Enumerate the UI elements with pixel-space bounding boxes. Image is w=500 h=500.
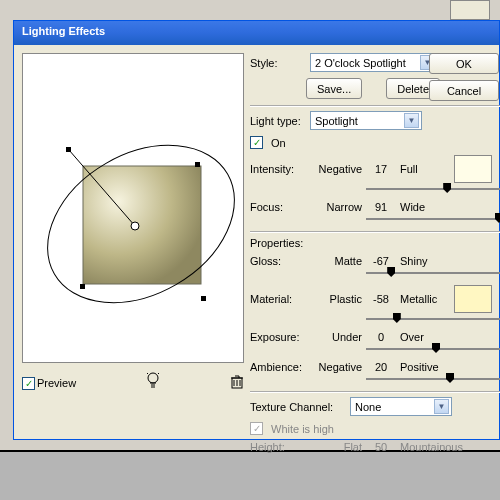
intensity-slider[interactable] [366,185,500,193]
light-type-select[interactable]: Spotlight▼ [310,111,422,130]
intensity-row: Intensity: Negative 17 Full [250,155,500,183]
white-is-high-checkbox: ✓ [250,422,263,435]
style-label: Style: [250,57,306,69]
focus-slider[interactable] [366,215,500,223]
lighting-effects-dialog: Lighting Effects [13,20,500,440]
gloss-row: Gloss: Matte -67 Shiny [250,255,500,267]
cancel-button[interactable]: Cancel [429,80,499,101]
height-label: Height: [250,441,310,453]
style-select[interactable]: 2 O'clock Spotlight▼ [310,53,438,72]
texture-channel-select[interactable]: None▼ [350,397,452,416]
light-type-label: Light type: [250,115,306,127]
ambience-slider[interactable] [366,375,500,383]
material-slider[interactable] [366,315,500,323]
svg-rect-0 [83,166,201,284]
preview-label: Preview [37,377,76,389]
gloss-slider[interactable] [366,269,500,277]
intensity-swatch[interactable] [454,155,492,183]
on-label: On [271,137,286,149]
chevron-down-icon: ▼ [404,113,419,128]
material-row: Material: Plastic -58 Metallic [250,285,500,313]
add-light-icon[interactable] [78,371,228,395]
exposure-row: Exposure: Under 0 Over [250,331,500,343]
texture-channel-label: Texture Channel: [250,401,346,413]
title-bar[interactable]: Lighting Effects [14,21,499,45]
save-button[interactable]: Save... [306,78,362,99]
material-swatch[interactable] [454,285,492,313]
svg-rect-6 [195,162,200,167]
on-checkbox[interactable]: ✓ [250,136,263,149]
svg-rect-5 [80,284,85,289]
ambience-row: Ambience: Negative 20 Positive [250,361,500,373]
preview-canvas[interactable] [22,53,244,363]
properties-heading: Properties: [250,237,500,249]
svg-rect-7 [201,296,206,301]
svg-rect-4 [66,147,71,152]
white-is-high-label: White is high [271,423,334,435]
delete-light-icon[interactable] [230,374,244,393]
svg-point-3 [131,222,139,230]
ok-button[interactable]: OK [429,53,499,74]
chevron-down-icon: ▼ [434,399,449,414]
svg-point-8 [148,373,158,383]
focus-row: Focus: Narrow 91 Wide [250,201,500,213]
exposure-slider[interactable] [366,345,500,353]
preview-checkbox[interactable]: ✓ [22,377,35,390]
